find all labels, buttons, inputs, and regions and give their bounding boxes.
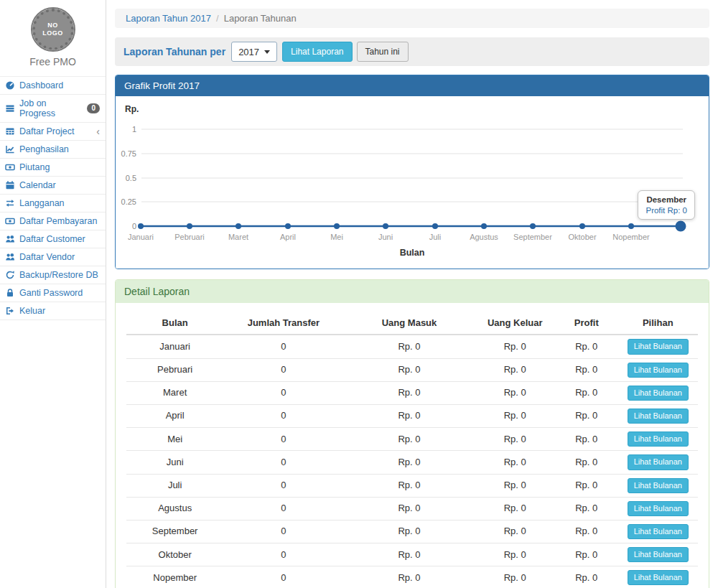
sidebar-item-daftar-pembayaran[interactable]: Daftar Pembayaran — [0, 213, 106, 230]
cell-transfer: 0 — [223, 543, 343, 566]
users-icon — [5, 234, 15, 244]
cell-masuk: Rp. 0 — [343, 497, 475, 520]
cell-profit: Rp. 0 — [555, 451, 618, 474]
sidebar-item-backup-restore-db[interactable]: Backup/Restore DB — [0, 266, 106, 284]
sidebar-item-penghasilan[interactable]: Penghasilan — [0, 141, 106, 159]
cell-transfer: 0 — [223, 358, 343, 381]
main-content: Laporan Tahun 2017/Laporan Tahunan Lapor… — [106, 0, 718, 588]
sidebar-item-job-on-progress[interactable]: Job on Progress 0 — [0, 95, 106, 123]
lihat-bulanan-button[interactable]: Lihat Bulanan — [628, 431, 689, 447]
data-point-nopember[interactable] — [628, 223, 634, 229]
lihat-bulanan-button[interactable]: Lihat Bulanan — [628, 409, 689, 424]
lihat-bulanan-button[interactable]: Lihat Bulanan — [628, 478, 689, 493]
breadcrumb-link-laporan-tahun[interactable]: Laporan Tahun 2017 — [126, 13, 211, 24]
cell-bulan: Juni — [126, 451, 223, 474]
data-point-desember-active[interactable] — [676, 221, 686, 232]
sidebar-item-langganan[interactable]: Langganan — [0, 195, 106, 213]
year-select[interactable]: 2017 — [231, 42, 277, 62]
data-point-maret[interactable] — [236, 223, 241, 229]
sidebar-item-keluar[interactable]: Keluar — [0, 302, 106, 320]
toolbar-label: Laporan Tahunan per — [123, 46, 225, 57]
table-row: Pebruari0Rp. 0Rp. 0Rp. 0Lihat Bulanan — [126, 358, 698, 381]
table-row: Nopember0Rp. 0Rp. 0Rp. 0Lihat Bulanan — [126, 566, 698, 588]
data-point-januari[interactable] — [138, 223, 144, 229]
y-tick: 0.75 — [121, 149, 136, 158]
x-tick: Pebruari — [174, 233, 205, 241]
x-tick: Juli — [429, 233, 442, 241]
breadcrumb-separator: / — [216, 13, 219, 24]
cell-transfer: 0 — [223, 335, 343, 358]
cell-masuk: Rp. 0 — [343, 451, 475, 474]
x-tick: Nopember — [612, 233, 650, 241]
cell-profit: Rp. 0 — [555, 428, 618, 451]
detail-panel-title: Detail Laporan — [116, 280, 709, 303]
cell-transfer: 0 — [223, 497, 343, 520]
table-row: Juni0Rp. 0Rp. 0Rp. 0Lihat Bulanan — [126, 451, 698, 474]
caret-down-icon — [264, 50, 270, 54]
x-tick: Juni — [378, 233, 393, 241]
sidebar-item-daftar-customer[interactable]: Daftar Customer — [0, 230, 106, 248]
cell-profit: Rp. 0 — [555, 404, 618, 427]
cell-bulan: Agustus — [126, 497, 223, 520]
cell-profit: Rp. 0 — [555, 474, 618, 497]
breadcrumb: Laporan Tahun 2017/Laporan Tahunan — [115, 9, 709, 28]
cell-masuk: Rp. 0 — [343, 543, 475, 566]
y-tick: 0.25 — [121, 197, 136, 206]
table-row: April0Rp. 0Rp. 0Rp. 0Lihat Bulanan — [126, 404, 698, 427]
sidebar-item-piutang[interactable]: Piutang — [0, 159, 106, 177]
sidebar-item-label: Daftar Project — [19, 126, 74, 136]
profit-chart: Rp. 1 0.75 0.5 0.25 0 — [116, 96, 709, 269]
cell-profit: Rp. 0 — [555, 520, 618, 543]
data-point-april[interactable] — [285, 223, 291, 229]
x-tick: September — [513, 233, 552, 241]
x-tick: Mei — [330, 233, 343, 241]
chart-canvas: Rp. 1 0.75 0.5 0.25 0 — [116, 96, 709, 269]
data-point-oktober[interactable] — [579, 223, 585, 229]
lihat-bulanan-button[interactable]: Lihat Bulanan — [628, 524, 689, 539]
sidebar-item-calendar[interactable]: Calendar — [0, 177, 106, 195]
sidebar-item-dashboard[interactable]: Dashboard — [0, 77, 106, 95]
cell-transfer: 0 — [223, 566, 343, 588]
refresh-icon — [5, 270, 15, 280]
logo-text-line1: NO — [47, 22, 58, 29]
cell-profit: Rp. 0 — [555, 358, 618, 381]
lihat-bulanan-button[interactable]: Lihat Bulanan — [628, 547, 689, 562]
table-row: Januari0Rp. 0Rp. 0Rp. 0Lihat Bulanan — [126, 335, 698, 358]
col-uang-masuk: Uang Masuk — [343, 312, 475, 335]
lihat-bulanan-button[interactable]: Lihat Bulanan — [628, 363, 689, 378]
tahun-ini-button[interactable]: Tahun ini — [357, 42, 409, 62]
cell-keluar: Rp. 0 — [475, 474, 555, 497]
data-point-juli[interactable] — [432, 223, 438, 229]
y-tick: 0.5 — [126, 174, 136, 182]
lihat-bulanan-button[interactable]: Lihat Bulanan — [628, 386, 689, 401]
lihat-bulanan-button[interactable]: Lihat Bulanan — [628, 339, 689, 354]
cell-bulan: Januari — [126, 335, 223, 358]
sidebar: NO LOGO Free PMO Dashboard Job on Progre… — [0, 0, 106, 588]
table-row: Mei0Rp. 0Rp. 0Rp. 0Lihat Bulanan — [126, 428, 698, 451]
lihat-bulanan-button[interactable]: Lihat Bulanan — [628, 454, 689, 470]
breadcrumb-current: Laporan Tahunan — [224, 13, 297, 24]
data-point-september[interactable] — [530, 223, 536, 229]
sidebar-item-daftar-project[interactable]: Daftar Project — [0, 123, 106, 141]
col-bulan: Bulan — [126, 312, 223, 335]
data-point-agustus[interactable] — [481, 223, 487, 229]
lihat-bulanan-button[interactable]: Lihat Bulanan — [628, 501, 689, 516]
data-point-juni[interactable] — [383, 223, 388, 229]
money-icon — [5, 162, 15, 172]
money-icon — [5, 216, 15, 226]
cell-bulan: Maret — [126, 381, 223, 404]
retweet-icon — [5, 198, 15, 208]
table-icon — [5, 126, 15, 136]
sidebar-item-daftar-vendor[interactable]: Daftar Vendor — [0, 248, 106, 266]
y-tick: 0 — [132, 222, 136, 230]
data-point-mei[interactable] — [334, 223, 340, 229]
lihat-laporan-button[interactable]: Lihat Laporan — [282, 42, 352, 62]
app-logo: NO LOGO — [32, 9, 74, 50]
detail-laporan-table: Bulan Jumlah Transfer Uang Masuk Uang Ke… — [126, 312, 698, 588]
data-point-pebruari[interactable] — [187, 223, 192, 229]
cell-keluar: Rp. 0 — [475, 566, 555, 588]
sidebar-item-ganti-password[interactable]: Ganti Password — [0, 284, 106, 302]
cell-profit: Rp. 0 — [555, 566, 618, 588]
lihat-bulanan-button[interactable]: Lihat Bulanan — [628, 570, 689, 585]
cell-masuk: Rp. 0 — [343, 358, 475, 381]
